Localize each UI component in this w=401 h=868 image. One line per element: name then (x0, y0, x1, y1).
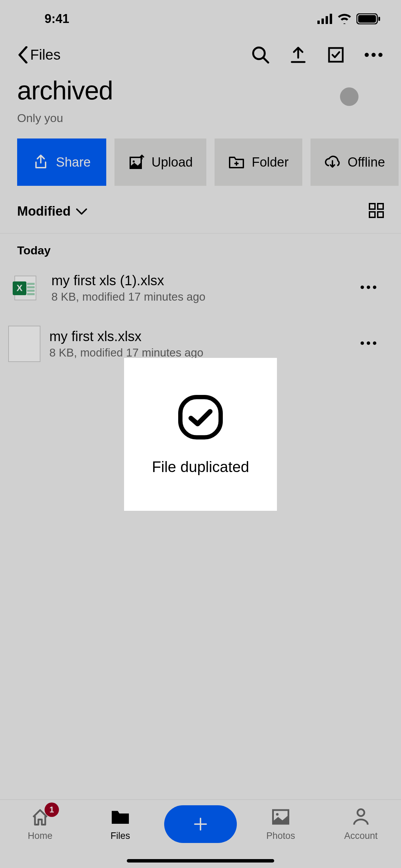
toast-message: File duplicated (152, 458, 249, 475)
svg-rect-36 (180, 397, 221, 437)
success-check-icon (177, 393, 224, 441)
toast-dialog: File duplicated (124, 358, 277, 511)
touch-indicator (340, 87, 359, 106)
